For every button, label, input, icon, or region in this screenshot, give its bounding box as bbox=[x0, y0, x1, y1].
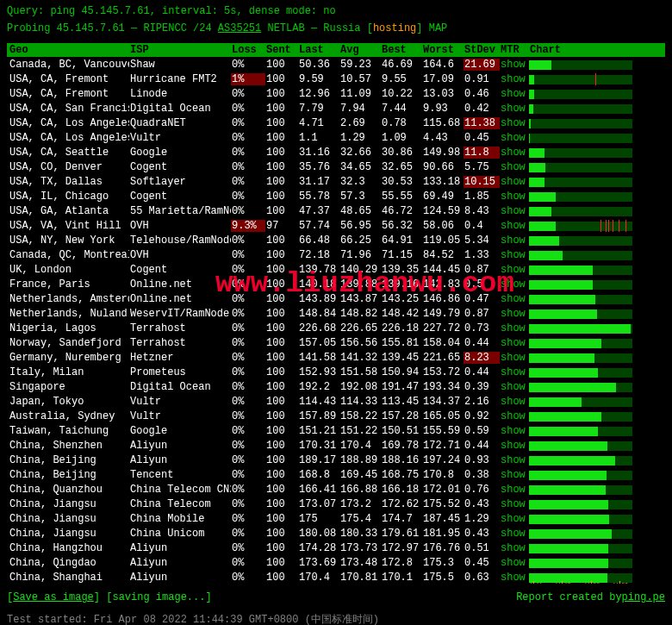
col-chart[interactable]: Chart bbox=[529, 44, 632, 56]
worst-cell: 181.95 bbox=[422, 528, 464, 540]
geo-cell: USA, TX, Dallas bbox=[9, 176, 129, 188]
col-last[interactable]: Last bbox=[298, 44, 339, 56]
isp-cell: China Mobile bbox=[129, 513, 231, 525]
mtr-show-link[interactable]: show bbox=[500, 161, 529, 173]
loss-cell: 0% bbox=[231, 205, 265, 217]
col-isp[interactable]: ISP bbox=[129, 44, 231, 56]
sent-cell: 100 bbox=[265, 293, 298, 305]
stdev-cell: 0.43 bbox=[464, 498, 500, 510]
isp-cell: Terrahost bbox=[129, 322, 231, 334]
mtr-show-link[interactable]: show bbox=[500, 337, 529, 349]
mtr-show-link[interactable]: show bbox=[500, 352, 529, 364]
mtr-show-link[interactable]: show bbox=[500, 513, 529, 525]
col-geo[interactable]: Geo bbox=[9, 44, 129, 56]
stdev-cell: 2.16 bbox=[464, 396, 500, 408]
worst-cell: 175.3 bbox=[422, 557, 464, 569]
stdev-cell: 8.43 bbox=[464, 205, 500, 217]
mtr-show-link[interactable]: show bbox=[500, 176, 529, 188]
sent-cell: 100 bbox=[265, 88, 298, 100]
mtr-show-link[interactable]: show bbox=[500, 59, 529, 71]
geo-cell: USA, CA, Los Angeles bbox=[9, 132, 129, 144]
latency-chart bbox=[529, 381, 632, 393]
loss-cell: 0% bbox=[231, 454, 265, 466]
mtr-show-link[interactable]: show bbox=[500, 132, 529, 144]
mtr-show-link[interactable]: show bbox=[500, 220, 529, 232]
table-row: USA, VA, Vint HillOVH9.3%9757.7456.9556.… bbox=[7, 218, 665, 233]
col-sent[interactable]: Sent bbox=[265, 44, 298, 56]
last-cell: 72.18 bbox=[298, 249, 339, 261]
col-loss[interactable]: Loss bbox=[231, 44, 265, 56]
mtr-show-link[interactable]: show bbox=[500, 234, 529, 247]
mtr-show-link[interactable]: show bbox=[500, 191, 529, 203]
mtr-show-link[interactable]: show bbox=[500, 381, 529, 393]
mtr-show-link[interactable]: show bbox=[500, 396, 529, 408]
mtr-show-link[interactable]: show bbox=[500, 103, 529, 115]
last-cell: 35.76 bbox=[298, 161, 339, 173]
mtr-show-link[interactable]: show bbox=[500, 557, 529, 569]
sent-cell: 100 bbox=[265, 103, 298, 115]
last-cell: 50.36 bbox=[298, 59, 339, 71]
loss-cell: 0% bbox=[231, 191, 265, 203]
credit-prefix: Report created by bbox=[516, 591, 621, 603]
last-cell: 168.8 bbox=[298, 469, 339, 481]
geo-cell: China, Beijing bbox=[9, 469, 129, 481]
mtr-show-link[interactable]: show bbox=[500, 484, 529, 496]
last-cell: 4.71 bbox=[298, 117, 339, 129]
col-worst[interactable]: Worst bbox=[422, 44, 464, 56]
sent-cell: 100 bbox=[265, 542, 298, 554]
mtr-show-link[interactable]: show bbox=[500, 410, 529, 422]
mtr-show-link[interactable]: show bbox=[500, 147, 529, 159]
mtr-show-link[interactable]: show bbox=[500, 425, 529, 437]
table-row: Canada, BC, VancouverShaw0%10050.3659.23… bbox=[7, 57, 665, 72]
sent-cell: 100 bbox=[265, 425, 298, 437]
save-as-image-link[interactable]: Save as image bbox=[13, 591, 94, 603]
hosting-tag: hosting bbox=[367, 22, 423, 34]
stdev-cell: 0.5 bbox=[464, 278, 500, 291]
last-cell: 192.2 bbox=[298, 381, 339, 393]
loss-cell: 0% bbox=[231, 293, 265, 305]
mtr-show-link[interactable]: show bbox=[500, 205, 529, 217]
loss-cell: 0% bbox=[231, 88, 265, 100]
mtr-show-link[interactable]: show bbox=[500, 73, 529, 85]
stdev-cell: 10.15 bbox=[464, 176, 500, 188]
pingpe-link[interactable]: ping.pe bbox=[622, 591, 665, 603]
best-cell: 174.7 bbox=[381, 513, 422, 525]
stdev-cell: 0.93 bbox=[464, 454, 500, 466]
mtr-show-link[interactable]: show bbox=[500, 366, 529, 378]
mtr-show-link[interactable]: show bbox=[500, 308, 529, 320]
avg-cell: 170.4 bbox=[339, 440, 381, 452]
mtr-show-link[interactable]: show bbox=[500, 117, 529, 129]
mtr-show-link[interactable]: show bbox=[500, 264, 529, 276]
latency-chart bbox=[529, 498, 632, 510]
mtr-show-link[interactable]: show bbox=[500, 469, 529, 481]
latency-chart bbox=[529, 410, 632, 422]
col-best[interactable]: Best bbox=[381, 44, 422, 56]
mtr-show-link[interactable]: show bbox=[500, 322, 529, 334]
loss-cell: 0% bbox=[231, 572, 265, 584]
table-row: USA, CA, FremontLinode0%10012.9611.0910.… bbox=[7, 86, 665, 101]
mtr-show-link[interactable]: show bbox=[500, 528, 529, 540]
mtr-show-link[interactable]: show bbox=[500, 454, 529, 466]
col-mtr[interactable]: MTR bbox=[500, 44, 529, 56]
mtr-show-link[interactable]: show bbox=[500, 88, 529, 100]
avg-cell: 140.29 bbox=[339, 264, 381, 276]
mtr-show-link[interactable]: show bbox=[500, 278, 529, 291]
last-cell: 47.37 bbox=[298, 205, 339, 217]
avg-cell: 2.69 bbox=[339, 117, 381, 129]
col-avg[interactable]: Avg bbox=[339, 44, 381, 56]
latency-chart bbox=[529, 484, 632, 496]
worst-cell: 119.05 bbox=[422, 234, 464, 247]
last-cell: 157.89 bbox=[298, 410, 339, 422]
sent-cell: 100 bbox=[265, 366, 298, 378]
mtr-show-link[interactable]: show bbox=[500, 542, 529, 554]
col-stdev[interactable]: StDev bbox=[464, 44, 500, 56]
map-link[interactable]: MAP bbox=[423, 22, 448, 34]
mtr-show-link[interactable]: show bbox=[500, 249, 529, 261]
mtr-show-link[interactable]: show bbox=[500, 572, 529, 584]
mtr-show-link[interactable]: show bbox=[500, 440, 529, 452]
table-row: China, HangzhouAliyun0%100174.28173.7317… bbox=[7, 541, 665, 555]
asn-link[interactable]: AS35251 bbox=[218, 22, 261, 34]
geo-cell: Norway, Sandefjord bbox=[9, 337, 129, 349]
mtr-show-link[interactable]: show bbox=[500, 293, 529, 305]
mtr-show-link[interactable]: show bbox=[500, 498, 529, 510]
